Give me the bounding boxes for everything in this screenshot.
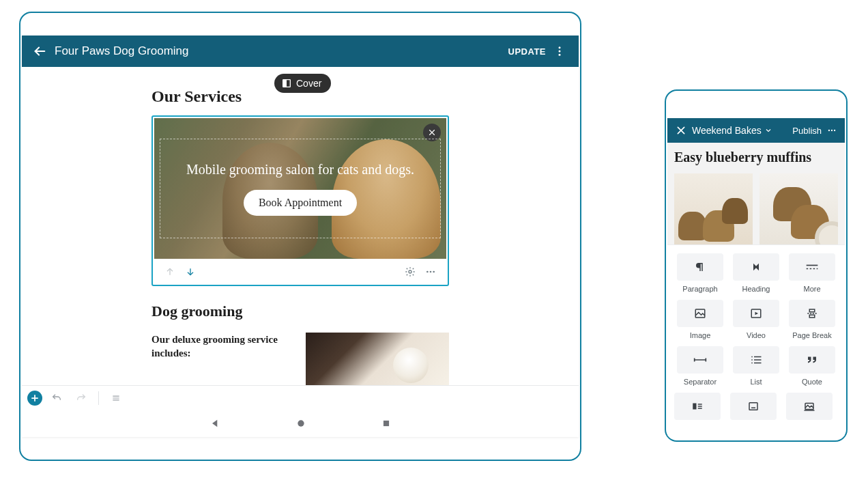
- svg-point-11: [426, 271, 429, 273]
- close-icon[interactable]: [673, 125, 689, 136]
- move-up-icon[interactable]: [160, 262, 180, 282]
- block-toolbar: [154, 259, 446, 283]
- phone-page-title[interactable]: Weekend Bakes: [692, 125, 762, 136]
- svg-rect-5: [283, 80, 287, 87]
- svg-rect-20: [384, 421, 389, 426]
- gear-icon[interactable]: [400, 262, 420, 282]
- more-block-button[interactable]: [789, 253, 835, 281]
- inserter-item-pagebreak: Page Break: [786, 300, 838, 339]
- dog-grooming-heading: Dog grooming: [151, 303, 449, 320]
- block-button-partial[interactable]: [786, 393, 833, 420]
- gallery-row: [674, 173, 838, 244]
- move-down-icon[interactable]: [180, 262, 201, 282]
- cover-inner-blocks: Mobile grooming salon for cats and dogs.…: [160, 139, 441, 238]
- nav-home-icon[interactable]: [295, 418, 306, 429]
- cover-block-selected[interactable]: Mobile grooming salon for cats and dogs.…: [151, 115, 449, 286]
- nav-back-icon[interactable]: [209, 418, 220, 429]
- inserter-item-list: List: [730, 346, 782, 386]
- book-appointment-button[interactable]: Book Appointment: [244, 190, 357, 216]
- editor-content-column: Our Services Mobile grooming salon for c…: [151, 87, 449, 385]
- svg-point-12: [430, 271, 432, 273]
- svg-point-10: [409, 270, 411, 273]
- services-heading: Our Services: [151, 87, 449, 106]
- inserter-item-heading: Heading: [730, 253, 782, 293]
- post-title[interactable]: Easy blueberry muffins: [674, 150, 838, 165]
- gallery-image[interactable]: [760, 173, 838, 244]
- editor-canvas: Cover Our Services Mobile grooming salon…: [22, 67, 579, 385]
- undo-icon[interactable]: [46, 388, 67, 408]
- inserter-label: More: [803, 285, 820, 293]
- inserter-item-more: More: [786, 253, 838, 293]
- svg-point-13: [433, 271, 435, 273]
- toolbar-separator: [98, 391, 99, 405]
- phone-editor-header: Weekend Bakes Publish: [667, 118, 845, 143]
- inserter-label: Image: [690, 331, 711, 339]
- phone-editor-content: Easy blueberry muffins: [667, 143, 845, 244]
- inserter-label: List: [750, 378, 762, 386]
- inserter-label: Quote: [802, 378, 822, 386]
- svg-rect-41: [693, 404, 696, 410]
- svg-point-2: [559, 51, 561, 53]
- svg-marker-30: [755, 312, 759, 315]
- block-button-partial[interactable]: [730, 393, 777, 420]
- more-menu-icon[interactable]: [550, 45, 569, 57]
- cover-image: Mobile grooming salon for cats and dogs.…: [154, 118, 446, 259]
- inserter-label: Paragraph: [682, 285, 717, 293]
- keyboard-toggle-icon[interactable]: [106, 388, 126, 408]
- page-title: Four Paws Dog Grooming: [55, 44, 508, 58]
- svg-point-19: [298, 420, 304, 426]
- gallery-image[interactable]: [674, 173, 753, 244]
- block-inserter-panel: Paragraph Heading More: [667, 244, 845, 439]
- inserter-label: Page Break: [792, 331, 831, 339]
- inserter-label: Video: [747, 331, 766, 339]
- inserter-item-video: Video: [730, 300, 782, 339]
- media-text-row: Our deluxe grooming service includes:: [151, 333, 449, 385]
- svg-rect-45: [749, 403, 757, 410]
- phone-device: Weekend Bakes Publish Easy blueberry muf…: [665, 89, 848, 442]
- nav-recent-icon[interactable]: [381, 419, 391, 428]
- svg-point-1: [559, 46, 561, 48]
- dog-image: [393, 348, 429, 383]
- inserter-item-image: Image: [674, 300, 726, 339]
- tablet-device: Four Paws Dog Grooming UPDATE Cover Our …: [19, 12, 581, 461]
- chevron-down-icon[interactable]: [764, 126, 772, 135]
- inserter-item-paragraph: Paragraph: [674, 253, 726, 293]
- svg-point-23: [828, 130, 830, 131]
- more-options-icon[interactable]: [420, 262, 441, 282]
- inserter-item-quote: Quote: [786, 346, 838, 386]
- separator-block-button[interactable]: [677, 346, 723, 374]
- editor-bottom-toolbar: [22, 385, 579, 410]
- more-menu-icon[interactable]: [824, 126, 839, 135]
- publish-button[interactable]: Publish: [792, 126, 822, 136]
- grooming-image: [306, 333, 449, 385]
- inserter-label: Separator: [684, 378, 717, 386]
- image-block-button[interactable]: [677, 300, 723, 327]
- editor-header: Four Paws Dog Grooming UPDATE: [22, 36, 579, 67]
- pagebreak-block-button[interactable]: [789, 300, 835, 327]
- svg-point-3: [559, 54, 561, 56]
- update-button[interactable]: UPDATE: [508, 46, 546, 57]
- inserter-item-separator: Separator: [674, 346, 726, 386]
- phone-screen: Weekend Bakes Publish Easy blueberry muf…: [667, 118, 845, 439]
- inserter-partial-row: [674, 393, 838, 420]
- tablet-screen: Four Paws Dog Grooming UPDATE Cover Our …: [22, 36, 579, 437]
- deluxe-service-text: Our deluxe grooming service includes:: [151, 333, 292, 385]
- cover-paragraph[interactable]: Mobile grooming salon for cats and dogs.: [186, 162, 414, 178]
- back-arrow-icon[interactable]: [29, 44, 50, 59]
- video-block-button[interactable]: [733, 300, 779, 327]
- heading-block-button[interactable]: [733, 253, 779, 281]
- list-block-button[interactable]: [733, 346, 779, 374]
- inserter-label: Heading: [742, 285, 770, 293]
- add-block-button[interactable]: [27, 391, 42, 406]
- svg-point-25: [834, 130, 835, 131]
- block-button-partial[interactable]: [674, 393, 721, 420]
- paragraph-block-button[interactable]: [677, 253, 723, 281]
- svg-point-24: [831, 130, 833, 131]
- android-nav-bar: [22, 410, 579, 437]
- quote-block-button[interactable]: [789, 346, 835, 374]
- redo-icon[interactable]: [71, 388, 91, 408]
